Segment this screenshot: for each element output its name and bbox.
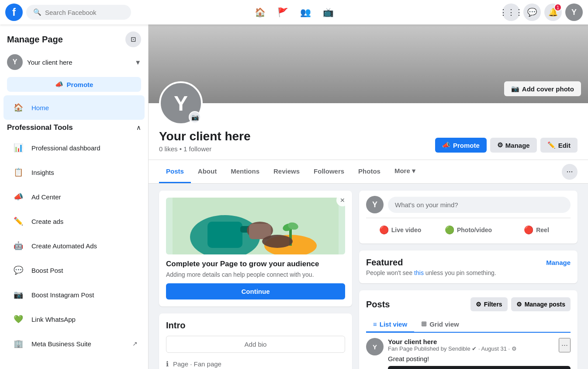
composer-input[interactable]: What's on your mind? [388,197,571,213]
professional-tools-title: Professional Tools [7,123,73,132]
promote-btn-icon: 📣 [442,141,450,149]
sidebar-nav-label-boost-instagram: Boost Instagram Post [31,291,138,299]
add-cover-photo-button[interactable]: 📷 Add cover photo [504,81,581,96]
notifications-button[interactable]: 🔔 1 [544,3,562,21]
grow-card-illustration [166,198,345,254]
sidebar-promote-button[interactable]: 📣 Promote [7,77,141,92]
flag-nav-icon[interactable]: 🚩 [272,2,293,23]
collapse-icon[interactable]: ∧ [136,124,141,132]
composer-placeholder: What's on your mind? [395,201,458,209]
featured-this-link[interactable]: this [414,269,424,276]
manage-posts-button[interactable]: ⚙ Manage posts [511,297,571,311]
grid-menu-button[interactable]: ⋮⋮⋮ [502,3,520,21]
sidebar-item-insights[interactable]: 📋 Insights [3,160,145,184]
tab-more[interactable]: More ▾ [387,160,422,183]
intro-page-type: Page · Fan page [173,360,221,368]
tab-about[interactable]: About [191,160,224,183]
profile-avatar-camera-button[interactable]: 📷 [189,111,201,123]
tab-photos[interactable]: Photos [351,160,387,183]
search-bar[interactable]: 🔍 [26,5,131,20]
close-grow-card-button[interactable]: ✕ [336,194,349,206]
whatsapp-icon: 💚 [10,311,26,327]
photo-video-label: Photo/video [457,226,492,233]
continue-button[interactable]: Continue [166,283,345,299]
composer-avatar: Y [366,196,384,213]
search-input[interactable] [45,9,124,16]
sidebar-item-boost-post[interactable]: 💬 Boost Post [3,258,145,282]
sidebar-item-home[interactable]: 🏠 Home [3,95,145,120]
intro-card: Intro Add bio ℹ Page · Fan page ☆ Not ye… [159,313,352,369]
sidebar-header-icon[interactable]: ⊡ [125,31,141,47]
ad-center-icon: 📣 [10,189,26,205]
sidebar-nav-label-ad-center: Ad Center [31,193,138,201]
sidebar-title: Manage Page [7,35,63,45]
live-video-action[interactable]: 🔴 Live video [366,222,434,238]
featured-desc: People won't see this unless you pin som… [366,269,571,276]
post-item: Y Your client here Fan Page Published by… [366,338,571,369]
sidebar-header: Manage Page ⊡ [0,30,148,51]
sidebar-item-boost-instagram[interactable]: 📷 Boost Instagram Post [3,282,145,307]
home-nav-icon[interactable]: 🏠 [249,2,270,23]
svg-rect-2 [208,222,242,248]
post-composer: Y What's on your mind? 🔴 Live video 🟢 Ph… [359,191,578,244]
profile-actions: 📣 Promote ⚙ Manage ✏️ Edit [435,138,578,153]
profile-manage-button[interactable]: ⚙ Manage [490,138,537,153]
list-view-icon: ≡ [373,320,377,328]
profile-info: Your client here 0 likes • 1 follower [159,129,251,153]
post-item-avatar: Y [366,338,384,355]
grow-card-desc: Adding more details can help people conn… [166,271,345,278]
tab-posts[interactable]: Posts [159,160,191,183]
boost-post-icon: 💬 [10,262,26,278]
featured-manage-link[interactable]: Manage [546,259,571,266]
sidebar-nav-label-create-ads: Create ads [31,218,138,225]
right-column: Y What's on your mind? 🔴 Live video 🟢 Ph… [359,191,578,369]
add-bio-button[interactable]: Add bio [166,336,345,353]
sidebar-user-name: Your client here [27,59,130,66]
profile-edit-button[interactable]: ✏️ Edit [540,138,578,153]
grid-view-tab[interactable]: ⊞ Grid view [414,317,466,333]
tab-mentions[interactable]: Mentions [224,160,266,183]
post-more-button[interactable]: ··· [559,338,571,352]
sidebar-chevron-icon: ▼ [135,59,141,66]
tab-more-options-button[interactable]: ··· [562,164,578,180]
photo-video-action[interactable]: 🟢 Photo/video [434,222,502,238]
profile-meta: 0 likes • 1 follower [159,145,251,153]
promote-icon: 📣 [55,80,63,88]
tab-reviews[interactable]: Reviews [266,160,307,183]
sidebar-nav-label-dashboard: Professional dashboard [31,144,138,152]
sidebar-item-meta-business-suite[interactable]: 🏢 Meta Business Suite ↗ [3,331,145,356]
user-avatar-button[interactable]: Y [565,3,583,21]
camera-icon: 📷 [511,85,519,93]
edit-icon: ✏️ [547,141,556,149]
intro-title: Intro [166,320,345,331]
live-video-label: Live video [391,226,421,233]
list-view-tab[interactable]: ≡ List view [366,317,414,333]
sidebar-item-ad-center[interactable]: 📣 Ad Center [3,184,145,209]
tv-nav-icon[interactable]: 📺 [318,2,339,23]
people-nav-icon[interactable]: 👥 [295,2,316,23]
create-ads-icon: ✏️ [10,213,26,229]
facebook-logo: f [5,3,23,21]
professional-tools-section: Professional Tools ∧ [0,120,148,136]
sidebar-item-professional-dashboard[interactable]: 📊 Professional dashboard [3,136,145,160]
reel-label: Reel [536,226,549,233]
photo-video-icon: 🟢 [445,225,454,235]
posts-view-tabs: ≡ List view ⊞ Grid view [366,317,571,333]
filters-button[interactable]: ⚙ Filters [470,297,508,311]
sidebar-user[interactable]: Y Your client here ▼ [0,51,148,73]
sidebar-nav-label-automated-ads: Create Automated Ads [31,242,138,250]
reel-action[interactable]: 🔴 Reel [502,222,571,238]
sidebar-item-create-ads[interactable]: ✏️ Create ads [3,209,145,233]
post-item-text: Great posting! [388,355,571,362]
sidebar-item-create-automated-ads[interactable]: 🤖 Create Automated Ads [3,233,145,258]
cover-area: 📷 Add cover photo [149,24,588,103]
profile-promote-button[interactable]: 📣 Promote [435,138,487,153]
main-layout: Manage Page ⊡ Y Your client here ▼ 📣 Pro… [0,24,588,369]
grid-view-icon: ⊞ [421,320,427,328]
sidebar-item-link-whatsapp[interactable]: 💚 Link WhatsApp [3,307,145,331]
insights-icon: 📋 [10,164,26,180]
tab-followers[interactable]: Followers [307,160,351,183]
messenger-button[interactable]: 💬 [523,3,541,21]
topnav: f 🔍 🏠 🚩 👥 📺 ⋮⋮⋮ 💬 🔔 1 Y [0,0,588,24]
topnav-left: f 🔍 [5,3,198,21]
